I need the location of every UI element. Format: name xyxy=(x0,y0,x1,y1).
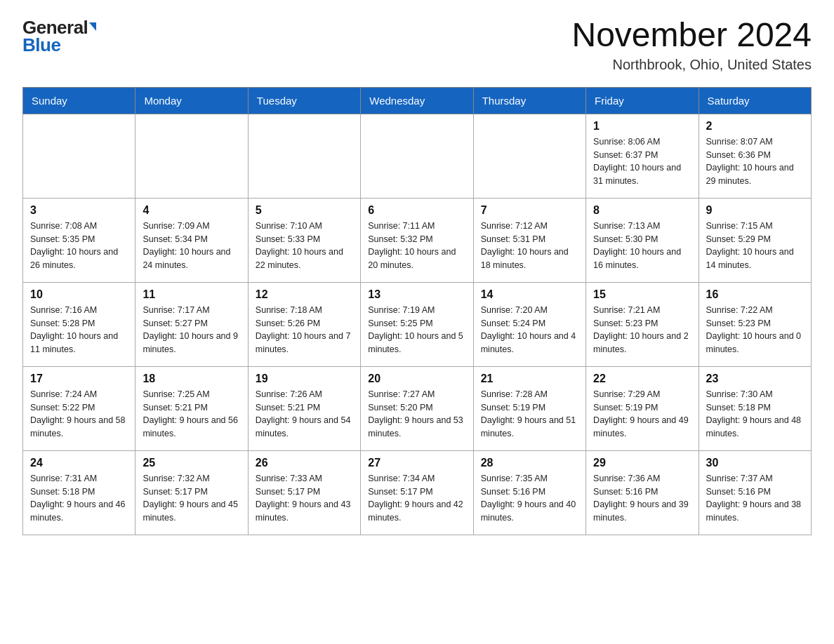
day-number: 30 xyxy=(706,457,804,469)
day-number: 28 xyxy=(481,457,578,469)
calendar-cell: 18Sunrise: 7:25 AMSunset: 5:21 PMDayligh… xyxy=(135,366,248,450)
calendar-cell: 12Sunrise: 7:18 AMSunset: 5:26 PMDayligh… xyxy=(248,282,360,366)
day-info: Sunrise: 7:21 AMSunset: 5:23 PMDaylight:… xyxy=(593,304,691,356)
calendar-cell xyxy=(473,114,585,198)
calendar-cell: 8Sunrise: 7:13 AMSunset: 5:30 PMDaylight… xyxy=(586,198,699,282)
calendar-cell: 19Sunrise: 7:26 AMSunset: 5:21 PMDayligh… xyxy=(248,366,360,450)
day-of-week-wednesday: Wednesday xyxy=(361,87,473,114)
day-number: 19 xyxy=(256,373,353,385)
day-info: Sunrise: 7:18 AMSunset: 5:26 PMDaylight:… xyxy=(256,304,353,356)
calendar-title: November 2024 xyxy=(571,17,812,54)
week-row-4: 17Sunrise: 7:24 AMSunset: 5:22 PMDayligh… xyxy=(23,366,812,450)
day-info: Sunrise: 7:25 AMSunset: 5:21 PMDaylight:… xyxy=(143,388,240,441)
day-number: 12 xyxy=(256,288,353,301)
calendar-cell: 14Sunrise: 7:20 AMSunset: 5:24 PMDayligh… xyxy=(473,282,585,366)
calendar-cell: 1Sunrise: 8:06 AMSunset: 6:37 PMDaylight… xyxy=(586,114,699,198)
day-of-week-monday: Monday xyxy=(135,87,248,114)
week-row-3: 10Sunrise: 7:16 AMSunset: 5:28 PMDayligh… xyxy=(23,282,812,366)
calendar-cell: 22Sunrise: 7:29 AMSunset: 5:19 PMDayligh… xyxy=(586,366,699,450)
day-number: 10 xyxy=(30,288,128,301)
day-info: Sunrise: 7:10 AMSunset: 5:33 PMDaylight:… xyxy=(256,220,353,272)
calendar-cell xyxy=(248,114,360,198)
calendar-cell: 2Sunrise: 8:07 AMSunset: 6:36 PMDaylight… xyxy=(699,114,811,198)
day-info: Sunrise: 7:20 AMSunset: 5:24 PMDaylight:… xyxy=(481,304,578,356)
calendar-cell: 20Sunrise: 7:27 AMSunset: 5:20 PMDayligh… xyxy=(361,366,473,450)
logo-arrow-icon xyxy=(89,22,96,31)
day-number: 20 xyxy=(368,373,465,385)
day-info: Sunrise: 7:34 AMSunset: 5:17 PMDaylight:… xyxy=(368,472,465,525)
calendar-cell: 28Sunrise: 7:35 AMSunset: 5:16 PMDayligh… xyxy=(473,450,585,535)
day-number: 23 xyxy=(706,373,804,385)
day-info: Sunrise: 7:16 AMSunset: 5:28 PMDaylight:… xyxy=(30,304,128,356)
calendar-cell: 17Sunrise: 7:24 AMSunset: 5:22 PMDayligh… xyxy=(23,366,135,450)
calendar-cell: 29Sunrise: 7:36 AMSunset: 5:16 PMDayligh… xyxy=(586,450,699,535)
calendar-table: SundayMondayTuesdayWednesdayThursdayFrid… xyxy=(22,87,812,535)
week-row-2: 3Sunrise: 7:08 AMSunset: 5:35 PMDaylight… xyxy=(23,198,812,282)
day-number: 1 xyxy=(593,120,691,133)
day-number: 11 xyxy=(143,288,240,301)
day-number: 13 xyxy=(368,288,465,301)
day-info: Sunrise: 7:30 AMSunset: 5:18 PMDaylight:… xyxy=(706,388,804,441)
calendar-cell: 13Sunrise: 7:19 AMSunset: 5:25 PMDayligh… xyxy=(361,282,473,366)
day-number: 6 xyxy=(368,204,465,217)
calendar-cell: 3Sunrise: 7:08 AMSunset: 5:35 PMDaylight… xyxy=(23,198,135,282)
day-info: Sunrise: 8:06 AMSunset: 6:37 PMDaylight:… xyxy=(593,135,691,188)
day-info: Sunrise: 7:35 AMSunset: 5:16 PMDaylight:… xyxy=(481,472,578,525)
day-number: 16 xyxy=(706,288,804,301)
day-number: 18 xyxy=(143,373,240,385)
day-number: 9 xyxy=(706,204,804,217)
day-info: Sunrise: 7:36 AMSunset: 5:16 PMDaylight:… xyxy=(593,472,691,525)
day-info: Sunrise: 7:19 AMSunset: 5:25 PMDaylight:… xyxy=(368,304,465,356)
calendar-cell: 24Sunrise: 7:31 AMSunset: 5:18 PMDayligh… xyxy=(23,450,135,535)
calendar-cell: 7Sunrise: 7:12 AMSunset: 5:31 PMDaylight… xyxy=(473,198,585,282)
day-info: Sunrise: 7:15 AMSunset: 5:29 PMDaylight:… xyxy=(706,220,804,272)
day-number: 5 xyxy=(256,204,353,217)
day-info: Sunrise: 8:07 AMSunset: 6:36 PMDaylight:… xyxy=(706,135,804,188)
day-info: Sunrise: 7:13 AMSunset: 5:30 PMDaylight:… xyxy=(593,220,691,272)
day-info: Sunrise: 7:08 AMSunset: 5:35 PMDaylight:… xyxy=(30,220,128,272)
day-info: Sunrise: 7:33 AMSunset: 5:17 PMDaylight:… xyxy=(256,472,353,525)
day-info: Sunrise: 7:28 AMSunset: 5:19 PMDaylight:… xyxy=(481,388,578,441)
calendar-cell: 15Sunrise: 7:21 AMSunset: 5:23 PMDayligh… xyxy=(586,282,699,366)
day-info: Sunrise: 7:17 AMSunset: 5:27 PMDaylight:… xyxy=(143,304,240,356)
day-of-week-friday: Friday xyxy=(586,87,699,114)
day-number: 14 xyxy=(481,288,578,301)
day-number: 8 xyxy=(593,204,691,217)
calendar-cell xyxy=(135,114,248,198)
day-number: 24 xyxy=(30,457,128,469)
calendar-subtitle: Northbrook, Ohio, United States xyxy=(571,57,812,73)
calendar-cell: 9Sunrise: 7:15 AMSunset: 5:29 PMDaylight… xyxy=(699,198,811,282)
day-info: Sunrise: 7:11 AMSunset: 5:32 PMDaylight:… xyxy=(368,220,465,272)
day-info: Sunrise: 7:26 AMSunset: 5:21 PMDaylight:… xyxy=(256,388,353,441)
calendar-cell: 21Sunrise: 7:28 AMSunset: 5:19 PMDayligh… xyxy=(473,366,585,450)
calendar-cell: 4Sunrise: 7:09 AMSunset: 5:34 PMDaylight… xyxy=(135,198,248,282)
day-info: Sunrise: 7:37 AMSunset: 5:16 PMDaylight:… xyxy=(706,472,804,525)
day-info: Sunrise: 7:12 AMSunset: 5:31 PMDaylight:… xyxy=(481,220,578,272)
day-info: Sunrise: 7:22 AMSunset: 5:23 PMDaylight:… xyxy=(706,304,804,356)
calendar-cell: 16Sunrise: 7:22 AMSunset: 5:23 PMDayligh… xyxy=(699,282,811,366)
day-number: 29 xyxy=(593,457,691,469)
day-number: 7 xyxy=(481,204,578,217)
calendar-cell xyxy=(361,114,473,198)
day-number: 25 xyxy=(143,457,240,469)
week-row-5: 24Sunrise: 7:31 AMSunset: 5:18 PMDayligh… xyxy=(23,450,812,535)
calendar-cell: 11Sunrise: 7:17 AMSunset: 5:27 PMDayligh… xyxy=(135,282,248,366)
day-number: 17 xyxy=(30,373,128,385)
day-number: 26 xyxy=(256,457,353,469)
calendar-cell xyxy=(23,114,135,198)
day-info: Sunrise: 7:31 AMSunset: 5:18 PMDaylight:… xyxy=(30,472,128,525)
day-info: Sunrise: 7:24 AMSunset: 5:22 PMDaylight:… xyxy=(30,388,128,441)
header: General Blue November 2024 Northbrook, O… xyxy=(22,17,812,73)
day-number: 2 xyxy=(706,120,804,133)
day-number: 22 xyxy=(593,373,691,385)
calendar-cell: 5Sunrise: 7:10 AMSunset: 5:33 PMDaylight… xyxy=(248,198,360,282)
calendar-cell: 6Sunrise: 7:11 AMSunset: 5:32 PMDaylight… xyxy=(361,198,473,282)
calendar-cell: 10Sunrise: 7:16 AMSunset: 5:28 PMDayligh… xyxy=(23,282,135,366)
day-number: 3 xyxy=(30,204,128,217)
title-area: November 2024 Northbrook, Ohio, United S… xyxy=(571,17,812,73)
day-of-week-tuesday: Tuesday xyxy=(248,87,360,114)
day-number: 21 xyxy=(481,373,578,385)
day-info: Sunrise: 7:32 AMSunset: 5:17 PMDaylight:… xyxy=(143,472,240,525)
day-number: 15 xyxy=(593,288,691,301)
day-number: 27 xyxy=(368,457,465,469)
